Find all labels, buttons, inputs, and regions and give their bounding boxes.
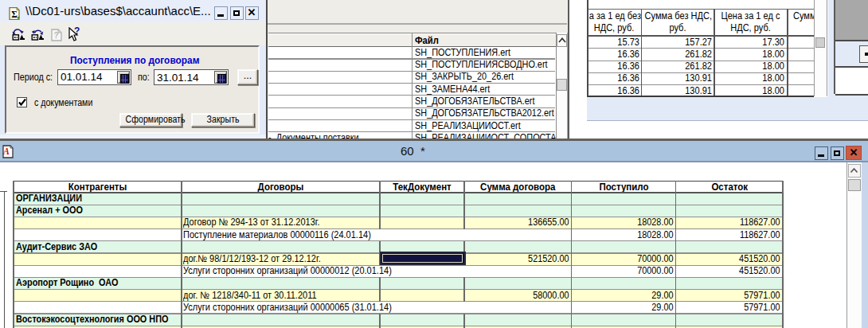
svg-text:?: ?: [54, 31, 59, 40]
svg-text:Σ: Σ: [11, 10, 18, 19]
svg-text:?: ?: [74, 27, 80, 37]
svg-text:A: A: [2, 146, 10, 157]
